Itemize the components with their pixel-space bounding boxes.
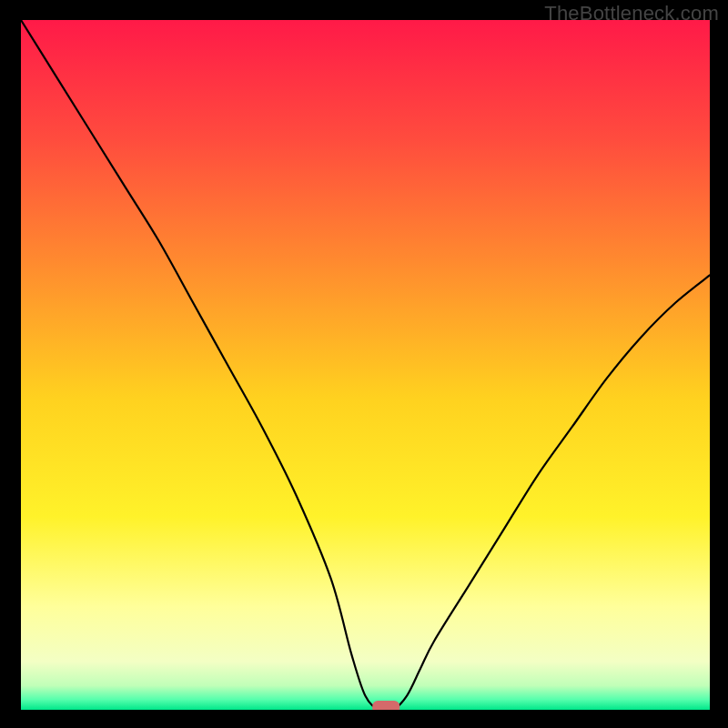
plot-area — [21, 20, 710, 710]
gradient-background — [21, 20, 710, 710]
optimum-marker — [372, 701, 399, 710]
chart-frame: TheBottleneck.com — [0, 0, 728, 728]
chart-svg — [21, 20, 710, 710]
